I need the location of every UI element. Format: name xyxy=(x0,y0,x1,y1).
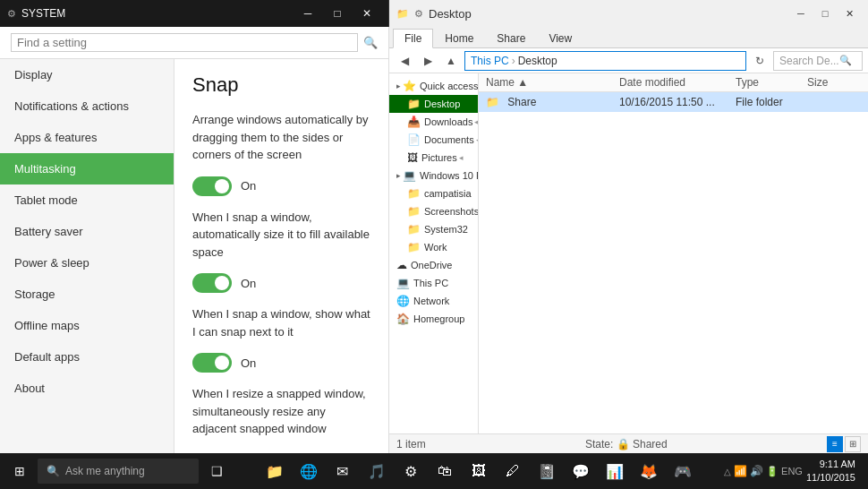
nav-system32[interactable]: 📁 System32 xyxy=(389,220,478,238)
taskbar-music[interactable]: 🎵 xyxy=(361,455,393,487)
taskbar-onenote[interactable]: 📓 xyxy=(531,455,563,487)
sidebar-item-apps[interactable]: Apps & features xyxy=(0,122,174,153)
sidebar: Display Notifications & actions Apps & f… xyxy=(0,59,174,453)
nav-campatisia-label: campatisia xyxy=(424,188,472,199)
settings-maximize-btn[interactable]: □ xyxy=(323,5,352,21)
taskbar-search-label: Ask me anything xyxy=(65,465,145,477)
desktop-folder-icon: 📁 xyxy=(407,98,421,110)
taskbar-skype[interactable]: 💬 xyxy=(565,455,597,487)
nav-thispc[interactable]: 💻 This PC xyxy=(389,274,478,292)
address-path[interactable]: This PC › Desktop xyxy=(464,51,746,71)
screenshots-icon: 📁 xyxy=(407,205,421,218)
nav-screenshots[interactable]: 📁 Screenshots xyxy=(389,202,478,220)
taskbar-sway[interactable]: 📊 xyxy=(599,455,631,487)
back-btn[interactable]: ◀ xyxy=(395,51,414,71)
settings-close-btn[interactable]: ✕ xyxy=(353,5,381,21)
tab-file[interactable]: File xyxy=(393,29,433,48)
col-name[interactable]: Name ▲ xyxy=(486,76,619,89)
nav-campatisia[interactable]: 📁 campatisia xyxy=(389,184,478,202)
taskbar-pen[interactable]: 🖊 xyxy=(497,455,529,487)
explorer-status: 1 item State: 🔒 Shared ≡ ⊞ xyxy=(389,433,868,453)
status-shared: Shared xyxy=(633,438,668,450)
taskbar-photos[interactable]: 🖼 xyxy=(463,455,495,487)
tab-share[interactable]: Share xyxy=(485,29,537,47)
nav-downloads[interactable]: 📥 Downloads ◂ xyxy=(389,113,478,131)
tab-home[interactable]: Home xyxy=(433,29,485,47)
sidebar-item-default[interactable]: Default apps xyxy=(0,341,174,373)
toggle-1[interactable] xyxy=(192,176,232,196)
search-box[interactable]: Search De... 🔍 xyxy=(773,51,863,71)
tray-eng[interactable]: ENG xyxy=(781,466,803,476)
tray-sound[interactable]: 🔊 xyxy=(750,465,763,477)
tab-view[interactable]: View xyxy=(537,29,583,47)
refresh-btn[interactable]: ↻ xyxy=(750,51,770,71)
up-btn[interactable]: ▲ xyxy=(441,51,461,71)
tray-battery[interactable]: 🔋 xyxy=(766,466,779,477)
nav-desktop[interactable]: 📁 Desktop xyxy=(389,95,478,113)
task-view-btn[interactable]: ❑ xyxy=(200,455,233,487)
status-item-count: 1 item xyxy=(396,438,426,450)
taskbar-game[interactable]: 🎮 xyxy=(667,455,699,487)
taskbar-store[interactable]: 🛍 xyxy=(429,455,461,487)
col-size[interactable]: Size xyxy=(807,76,861,89)
file-type-cell: File folder xyxy=(736,96,807,108)
tray-expand[interactable]: △ xyxy=(724,467,731,476)
ribbon-tabs: File Home Share View xyxy=(389,27,868,48)
taskbar-search[interactable]: 🔍 Ask me anything xyxy=(38,459,199,484)
file-list: Name ▲ Date modified Type Size 📁 Share 1… xyxy=(479,73,868,433)
toggle-3[interactable] xyxy=(192,353,232,373)
documents-icon: 📄 xyxy=(407,133,421,146)
sidebar-item-battery[interactable]: Battery saver xyxy=(0,216,174,247)
taskbar-mail[interactable]: ✉ xyxy=(327,455,359,487)
nav-onedrive[interactable]: ☁ OneDrive xyxy=(389,256,478,274)
sidebar-item-notifications[interactable]: Notifications & actions xyxy=(0,90,174,122)
taskbar-settings[interactable]: ⚙ xyxy=(395,455,427,487)
settings-window-controls: ─ □ ✕ xyxy=(294,5,381,21)
explorer-minimize-btn[interactable]: ─ xyxy=(789,5,813,21)
list-view-btn[interactable]: ≡ xyxy=(827,436,843,452)
nav-win10pc[interactable]: ▸ 💻 Windows 10 PC I... xyxy=(389,167,478,184)
show-desktop-btn[interactable] xyxy=(859,455,864,487)
grid-view-btn[interactable]: ⊞ xyxy=(845,436,861,452)
explorer-window-controls: ─ □ ✕ xyxy=(789,5,861,21)
taskbar-firefox[interactable]: 🦊 xyxy=(633,455,665,487)
search-placeholder: Search De... xyxy=(779,55,839,67)
sidebar-item-about[interactable]: About xyxy=(0,373,174,404)
nav-documents[interactable]: 📄 Documents ◂ xyxy=(389,131,478,149)
col-type[interactable]: Type xyxy=(736,76,807,89)
nav-work[interactable]: 📁 Work xyxy=(389,238,478,256)
settings-page-title: Snap xyxy=(192,73,370,97)
col-date[interactable]: Date modified xyxy=(619,76,736,89)
pc-icon: 💻 xyxy=(403,169,416,182)
explorer-maximize-btn[interactable]: □ xyxy=(813,5,837,21)
settings-minimize-btn[interactable]: ─ xyxy=(294,5,322,21)
nav-quick-access[interactable]: ▸ ⭐ Quick access xyxy=(389,77,478,95)
clock[interactable]: 9:11 AM 11/10/2015 xyxy=(806,458,855,485)
table-row[interactable]: 📁 Share 10/16/2015 11:50 ... File folder xyxy=(479,92,868,112)
settings-search-bar: 🔍 xyxy=(0,27,388,59)
nav-homegroup[interactable]: 🏠 Homegroup xyxy=(389,310,478,328)
taskbar-explorer[interactable]: 📁 xyxy=(259,455,291,487)
sidebar-item-offline[interactable]: Offline maps xyxy=(0,310,174,341)
settings-search-input[interactable] xyxy=(11,33,358,52)
toggle-2-label: On xyxy=(241,277,256,290)
expand-icon: ▸ xyxy=(396,82,401,90)
toggle-2[interactable] xyxy=(192,273,232,293)
sidebar-item-display[interactable]: Display xyxy=(0,59,174,90)
forward-btn[interactable]: ▶ xyxy=(418,51,438,71)
explorer-close-btn[interactable]: ✕ xyxy=(838,5,861,21)
nav-pictures[interactable]: 🖼 Pictures ◂ xyxy=(389,149,478,167)
clock-date: 11/10/2015 xyxy=(806,471,855,485)
nav-system32-label: System32 xyxy=(424,224,468,235)
taskbar-edge[interactable]: 🌐 xyxy=(293,455,325,487)
sidebar-item-power[interactable]: Power & sleep xyxy=(0,247,174,279)
toggle-3-label: On xyxy=(241,356,256,370)
sidebar-item-multitasking[interactable]: Multitasking xyxy=(0,153,174,184)
search-icon: 🔍 xyxy=(363,36,378,49)
sidebar-item-storage[interactable]: Storage xyxy=(0,279,174,310)
tray-network[interactable]: 📶 xyxy=(734,465,747,477)
sidebar-item-tablet[interactable]: Tablet mode xyxy=(0,184,174,216)
nav-network[interactable]: 🌐 Network xyxy=(389,292,478,310)
explorer-window-title: Desktop xyxy=(429,7,472,21)
start-button[interactable]: ⊞ xyxy=(4,455,36,487)
